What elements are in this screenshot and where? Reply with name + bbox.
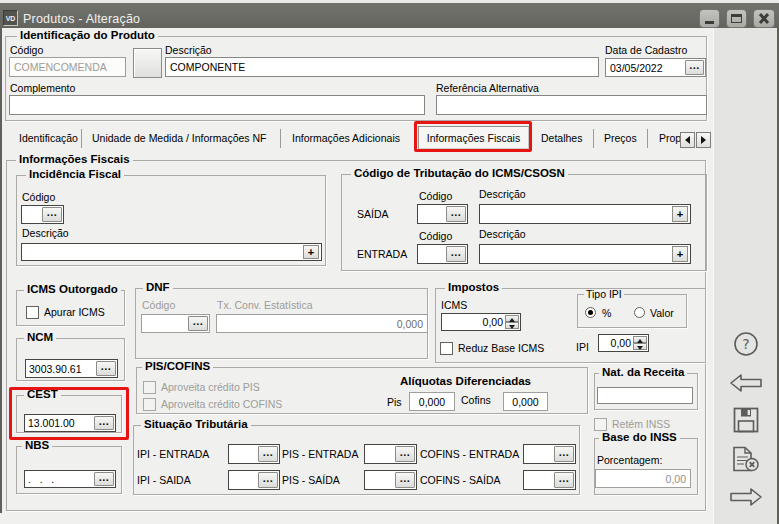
cofins-saida-label: COFINS - SAÍDA bbox=[420, 475, 501, 486]
data-cadastro-picker-button[interactable]: ... bbox=[685, 60, 704, 75]
tipo-ipi-percent-radio[interactable] bbox=[585, 307, 596, 318]
ipi-spinner[interactable] bbox=[633, 336, 647, 350]
close-button[interactable] bbox=[753, 9, 775, 28]
plus-icon: + bbox=[308, 246, 314, 258]
tributacao-saida-codigo-label: Código bbox=[419, 191, 452, 202]
tipo-ipi-valor-radio[interactable] bbox=[634, 307, 645, 318]
nbs-input[interactable]: . . . ... bbox=[24, 470, 116, 488]
icms-outorgado-title: ICMS Outorgado bbox=[24, 284, 121, 295]
reduz-base-icms-checkbox[interactable] bbox=[440, 342, 453, 355]
descricao-input[interactable]: COMPONENTE bbox=[165, 57, 599, 77]
icms-spinner[interactable] bbox=[505, 315, 519, 329]
codigo-input[interactable]: COMENCOMENDA bbox=[9, 57, 126, 77]
cofins-entrada-label: COFINS - ENTRADA bbox=[420, 449, 519, 460]
entrada-descricao-add-button[interactable]: + bbox=[672, 246, 688, 262]
window-frame-left bbox=[0, 28, 2, 513]
pis-saida-label: PIS - SAÍDA bbox=[282, 475, 340, 486]
nbs-value: . . . bbox=[28, 473, 54, 485]
icms-input[interactable]: 0,00 bbox=[441, 313, 521, 331]
forward-button[interactable] bbox=[722, 479, 770, 515]
incidencia-codigo-input[interactable]: ... bbox=[21, 205, 64, 224]
entrada-codigo-browse-button[interactable]: ... bbox=[446, 246, 466, 262]
spin-down-icon[interactable] bbox=[633, 343, 647, 350]
codigo-label: Código bbox=[10, 45, 43, 56]
save-button[interactable] bbox=[722, 402, 770, 438]
pis-saida-input[interactable]: ... bbox=[364, 470, 417, 490]
tab-unidade-medida[interactable]: Unidade de Medida / Informações NF bbox=[92, 133, 267, 144]
nat-receita-input[interactable] bbox=[597, 387, 693, 404]
pis-label: Pis bbox=[387, 397, 402, 408]
produtos-alteracao-window: VD Produtos - Alteração Identificação do… bbox=[0, 0, 779, 524]
maximize-button[interactable] bbox=[726, 9, 747, 28]
help-button[interactable]: ? bbox=[722, 326, 770, 362]
tab-scroll-left-button[interactable] bbox=[680, 132, 695, 148]
tab-detalhes[interactable]: Detalhes bbox=[541, 133, 582, 144]
saida-descricao-add-button[interactable]: + bbox=[672, 206, 688, 222]
tab-identificacao[interactable]: Identificação bbox=[19, 133, 78, 144]
ipi-saida-input[interactable]: ... bbox=[228, 470, 280, 490]
pis-input[interactable]: 0,000 bbox=[409, 392, 455, 411]
saida-codigo-browse-button[interactable]: ... bbox=[446, 206, 466, 222]
minimize-icon bbox=[705, 21, 714, 24]
ipi-saida-label: IPI - SAIDA bbox=[137, 475, 191, 486]
tab-scroll-right-button[interactable] bbox=[696, 132, 711, 148]
tributacao-entrada-descricao-label: Descrição bbox=[479, 229, 526, 240]
apurar-icms-checkbox[interactable] bbox=[26, 306, 39, 319]
tab-prop[interactable]: Prop bbox=[659, 133, 681, 144]
incidencia-codigo-browse-button[interactable]: ... bbox=[42, 207, 62, 222]
pis-entrada-input[interactable]: ... bbox=[364, 444, 417, 464]
nat-receita-title: Nat. da Receita bbox=[599, 367, 687, 378]
dnf-codigo-browse-button[interactable]: ... bbox=[188, 316, 208, 331]
retem-inss-checkbox[interactable] bbox=[594, 418, 607, 431]
cofins-input[interactable]: 0,000 bbox=[503, 392, 548, 411]
reduz-base-icms-label: Reduz Base ICMS bbox=[458, 343, 544, 354]
ncm-browse-button[interactable]: ... bbox=[96, 361, 116, 376]
impostos-title: Impostos bbox=[445, 282, 502, 293]
porcentagem-input[interactable]: 0,00 bbox=[595, 469, 691, 488]
minimize-button[interactable] bbox=[699, 9, 720, 28]
ipi-saida-browse-button[interactable]: ... bbox=[258, 472, 278, 488]
cofins-saida-input[interactable]: ... bbox=[523, 470, 576, 490]
tab-informacoes-adicionais[interactable]: Informações Adicionais bbox=[292, 133, 400, 144]
referencia-alternativa-input[interactable] bbox=[436, 95, 707, 115]
spin-up-icon[interactable] bbox=[633, 336, 647, 343]
entrada-descricao-input[interactable]: + bbox=[479, 244, 691, 264]
ipi-entrada-browse-button[interactable]: ... bbox=[258, 446, 278, 462]
tab-precos[interactable]: Preços bbox=[604, 133, 637, 144]
annotation-box-cest bbox=[9, 387, 129, 440]
spin-up-icon[interactable] bbox=[505, 315, 519, 322]
incidencia-descricao-input[interactable]: + bbox=[21, 243, 322, 261]
incidencia-descricao-label: Descrição bbox=[22, 228, 69, 239]
incidencia-descricao-add-button[interactable]: + bbox=[303, 245, 319, 259]
credito-cofins-checkbox[interactable] bbox=[143, 398, 156, 411]
ipi-entrada-input[interactable]: ... bbox=[228, 444, 280, 464]
saida-descricao-input[interactable]: + bbox=[479, 204, 691, 224]
pis-saida-browse-button[interactable]: ... bbox=[395, 472, 415, 488]
dnf-codigo-input[interactable]: ... bbox=[141, 314, 210, 333]
nbs-browse-button[interactable]: ... bbox=[94, 472, 114, 486]
cancel-button[interactable] bbox=[722, 441, 770, 477]
plus-icon: + bbox=[677, 248, 683, 260]
data-cadastro-value: 03/05/2022 bbox=[610, 62, 663, 74]
cofins-entrada-browse-button[interactable]: ... bbox=[554, 446, 574, 462]
pis-entrada-browse-button[interactable]: ... bbox=[395, 446, 415, 462]
cancel-document-icon bbox=[731, 446, 761, 472]
complemento-input[interactable] bbox=[9, 95, 425, 115]
back-button[interactable] bbox=[722, 365, 770, 401]
saida-codigo-input[interactable]: ... bbox=[417, 204, 468, 224]
ncm-input[interactable]: 3003.90.61 ... bbox=[25, 359, 118, 378]
scroll-right-icon bbox=[701, 136, 706, 144]
plus-icon: + bbox=[677, 208, 683, 220]
cofins-entrada-input[interactable]: ... bbox=[523, 444, 576, 464]
data-cadastro-input[interactable]: 03/05/2022 ... bbox=[605, 58, 706, 77]
ipi-input[interactable]: 0,00 bbox=[598, 334, 649, 352]
titlebar[interactable]: VD Produtos - Alteração bbox=[0, 3, 779, 28]
ncm-title: NCM bbox=[24, 332, 56, 343]
credito-pis-checkbox[interactable] bbox=[143, 381, 156, 394]
cofins-saida-browse-button[interactable]: ... bbox=[554, 472, 574, 488]
entrada-codigo-input[interactable]: ... bbox=[417, 244, 468, 264]
ellipsis-icon: ... bbox=[559, 451, 570, 454]
dnf-tx-input[interactable]: 0,000 bbox=[216, 314, 428, 333]
spin-down-icon[interactable] bbox=[505, 322, 519, 329]
codigo-browse-button[interactable] bbox=[133, 48, 162, 78]
